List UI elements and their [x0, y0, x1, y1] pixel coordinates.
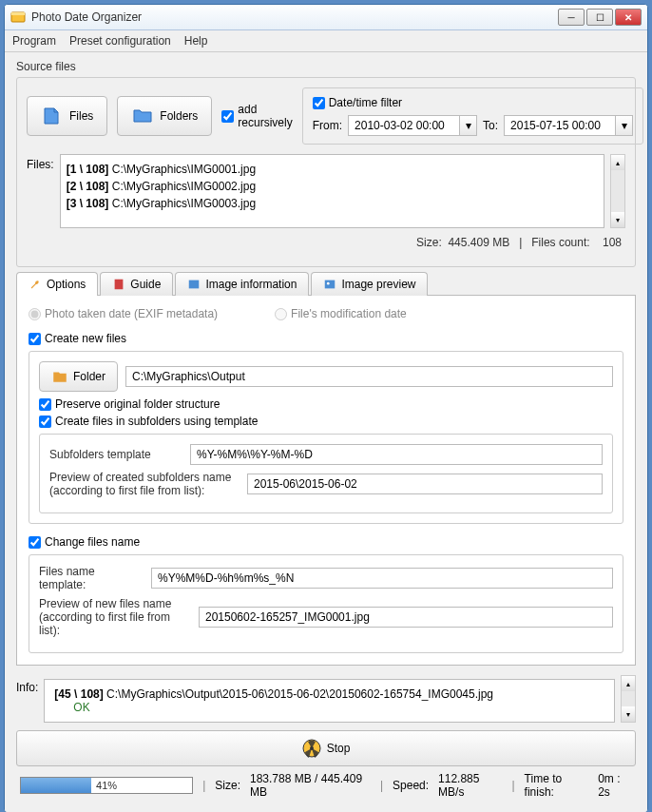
stop-button[interactable]: Stop [16, 730, 636, 766]
files-name-template-label: Files name template: [39, 565, 144, 591]
chevron-down-icon[interactable]: ▾ [616, 115, 633, 136]
status-bar: 41% | Size: 183.788 MB / 445.409 MB | Sp… [16, 766, 636, 804]
files-icon [41, 105, 64, 127]
info-box: [45 \ 108] C:\MyGraphics\Output\2015-06\… [44, 679, 615, 723]
to-datetime[interactable]: ▾ [504, 115, 633, 136]
tab-image-information[interactable]: Image information [175, 272, 309, 296]
create-new-files-checkbox[interactable]: Create new files [29, 332, 623, 345]
status-ok: OK [73, 701, 604, 714]
list-item[interactable]: [3 \ 108] C:\MyGraphics\IMG0003.jpg [67, 195, 598, 212]
radiation-icon [302, 739, 321, 758]
create-new-files-group: Folder Preserve original folder structur… [29, 351, 623, 524]
files-button[interactable]: Files [27, 96, 107, 136]
folders-button[interactable]: Folders [117, 96, 212, 136]
files-stats: Size: 445.409 MB | Files count: 108 [27, 228, 625, 257]
svg-rect-4 [325, 280, 336, 289]
image-preview-icon [323, 278, 336, 291]
maximize-button[interactable]: ☐ [586, 9, 613, 26]
list-item[interactable]: [1 \ 108] C:\MyGraphics\IMG0001.jpg [67, 161, 598, 178]
wrench-icon [29, 278, 42, 291]
close-button[interactable]: ✕ [615, 9, 642, 26]
datetime-filter-checkbox[interactable]: Date/time filter [313, 96, 633, 109]
options-panel: Photo taken date (EXIF metadata) File's … [16, 295, 636, 666]
menu-program[interactable]: Program [12, 34, 56, 48]
subfolders-preview-label: Preview of created subfolders name (acco… [49, 471, 240, 497]
subfolders-template-label: Subfolders template [49, 448, 182, 461]
scroll-down-icon[interactable]: ▾ [611, 212, 624, 227]
add-recursively-checkbox[interactable]: add recursively [221, 103, 292, 129]
svg-rect-2 [115, 280, 124, 290]
files-name-preview-input[interactable] [199, 607, 613, 628]
modification-date-radio[interactable]: File's modification date [275, 307, 407, 320]
scroll-down-icon[interactable]: ▾ [622, 706, 635, 722]
window-title: Photo Date Organizer [31, 10, 558, 24]
change-files-name-checkbox[interactable]: Change files name [29, 535, 623, 549]
preserve-structure-checkbox[interactable]: Preserve original folder structure [39, 397, 613, 411]
folders-icon [131, 105, 154, 127]
subfolders-template-input[interactable] [190, 444, 603, 465]
change-files-name-group: Files name template: Preview of new file… [29, 554, 623, 653]
image-info-icon [187, 278, 201, 291]
app-icon [10, 10, 26, 25]
files-name-template-input[interactable] [151, 568, 613, 589]
from-datetime[interactable]: ▾ [348, 115, 477, 136]
source-files-label: Source files [16, 60, 636, 73]
titlebar[interactable]: Photo Date Organizer ─ ☐ ✕ [5, 5, 647, 30]
window-controls: ─ ☐ ✕ [558, 9, 642, 26]
svg-rect-3 [189, 280, 200, 289]
scroll-up-icon[interactable]: ▴ [622, 676, 635, 691]
from-label: From: [313, 119, 342, 132]
tabs: Options Guide Image information Image pr… [16, 271, 636, 295]
scrollbar[interactable]: ▴ ▾ [610, 154, 625, 228]
book-icon [112, 278, 125, 291]
progress-bar: 41% [20, 777, 193, 794]
files-list-label: Files: [27, 154, 54, 228]
source-files-group: Files Folders add recursively Date/time … [16, 77, 636, 267]
content: Source files Files Folders add recursive… [5, 52, 647, 812]
photo-taken-date-radio[interactable]: Photo taken date (EXIF metadata) [29, 307, 218, 320]
svg-rect-1 [11, 12, 25, 15]
output-folder-input[interactable] [125, 366, 613, 387]
subfolders-preview-input[interactable] [247, 474, 603, 494]
chevron-down-icon[interactable]: ▾ [460, 115, 477, 136]
menu-preset[interactable]: Preset configuration [69, 34, 171, 48]
list-item[interactable]: [2 \ 108] C:\MyGraphics\IMG0002.jpg [67, 178, 598, 195]
to-label: To: [483, 119, 498, 132]
tab-guide[interactable]: Guide [100, 272, 173, 296]
datetime-filter-group: Date/time filter From: ▾ To: ▾ [302, 87, 643, 145]
folder-button[interactable]: Folder [39, 361, 118, 392]
files-list[interactable]: [1 \ 108] C:\MyGraphics\IMG0001.jpg [2 \… [60, 154, 604, 228]
scroll-up-icon[interactable]: ▴ [611, 155, 624, 170]
tab-image-preview[interactable]: Image preview [311, 272, 428, 296]
scrollbar[interactable]: ▴ ▾ [621, 675, 636, 723]
files-name-preview-label: Preview of new files name (according to … [39, 597, 191, 637]
menubar: Program Preset configuration Help [5, 30, 647, 52]
info-label: Info: [16, 675, 38, 723]
svg-point-5 [327, 282, 330, 285]
minimize-button[interactable]: ─ [558, 9, 585, 26]
subfolders-template-group: Subfolders template Preview of created s… [39, 434, 613, 513]
menu-help[interactable]: Help [184, 34, 208, 48]
subfolders-template-checkbox[interactable]: Create files in subfolders using templat… [39, 415, 613, 428]
tab-options[interactable]: Options [16, 272, 98, 296]
folder-icon [51, 368, 68, 385]
app-window: Photo Date Organizer ─ ☐ ✕ Program Prese… [4, 4, 648, 812]
